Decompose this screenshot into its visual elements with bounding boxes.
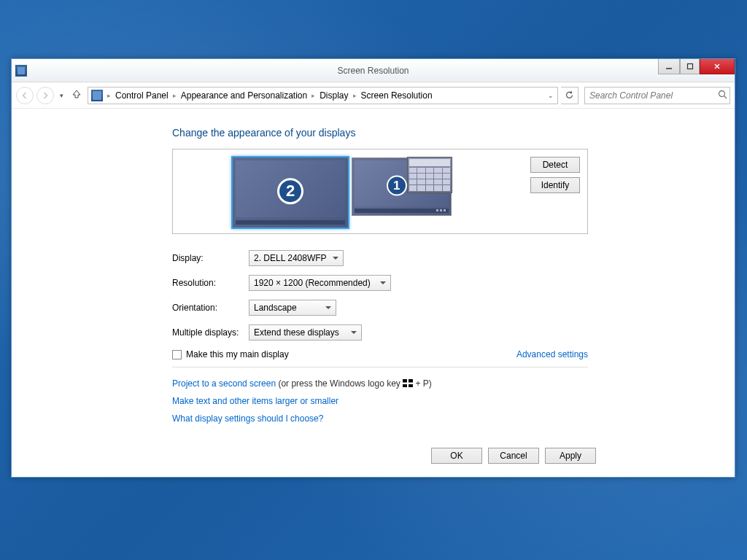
display-select[interactable]: 2. DELL 2408WFP <box>249 250 344 266</box>
chevron-right-icon[interactable]: ▸ <box>352 92 358 99</box>
svg-rect-1 <box>687 64 692 69</box>
search-box[interactable] <box>584 87 730 104</box>
page-title: Change the appearance of your displays <box>172 127 588 139</box>
row-resolution: Resolution: 1920 × 1200 (Recommended) <box>172 271 588 295</box>
row-multiple-displays: Multiple displays: Extend these displays <box>172 320 588 345</box>
advanced-settings-link[interactable]: Advanced settings <box>516 349 588 359</box>
main-display-row: Make this my main display Advanced setti… <box>172 349 588 368</box>
up-button[interactable] <box>70 89 83 101</box>
orientation-label: Orientation: <box>172 303 249 313</box>
navigation-bar: ▾ ▸ Control Panel ▸ Appearance and Perso… <box>12 82 735 109</box>
search-input[interactable] <box>585 90 715 101</box>
apply-button[interactable]: Apply <box>545 448 596 464</box>
minimize-button[interactable] <box>658 59 680 74</box>
display-preview-box: 2 1 Detect Identify <box>172 149 588 234</box>
refresh-button[interactable] <box>561 87 578 104</box>
address-bar[interactable]: ▸ Control Panel ▸ Appearance and Persona… <box>88 87 558 104</box>
address-dropdown-icon[interactable]: ⌄ <box>544 92 557 99</box>
footer-buttons: OK Cancel Apply <box>431 448 596 464</box>
ok-button[interactable]: OK <box>431 448 482 464</box>
cancel-button[interactable]: Cancel <box>488 448 539 464</box>
breadcrumb-item[interactable]: Screen Resolution <box>358 90 436 101</box>
orientation-select[interactable]: Landscape <box>249 300 336 316</box>
multiple-displays-select[interactable]: Extend these displays <box>249 324 362 341</box>
project-second-screen-link[interactable]: Project to a second screen <box>172 378 276 389</box>
control-panel-icon <box>91 90 103 101</box>
content-area: Change the appearance of your displays 2… <box>12 109 735 477</box>
back-button[interactable] <box>16 87 34 104</box>
which-settings-link[interactable]: What display settings should I choose? <box>172 413 323 424</box>
row-orientation: Orientation: Landscape <box>172 295 588 320</box>
forward-button[interactable] <box>36 87 54 104</box>
text-size-link[interactable]: Make text and other items larger or smal… <box>172 396 338 406</box>
monitor-2[interactable]: 2 <box>231 156 349 229</box>
calculator-overlay-icon <box>407 157 452 193</box>
row-display: Display: 2. DELL 2408WFP <box>172 246 588 271</box>
identify-button[interactable]: Identify <box>530 177 580 193</box>
maximize-button[interactable] <box>680 59 700 74</box>
multiple-displays-label: Multiple displays: <box>172 327 249 338</box>
display-label: Display: <box>172 253 249 263</box>
window-icon <box>15 65 27 77</box>
main-display-checkbox[interactable]: Make this my main display <box>172 349 289 359</box>
titlebar: Screen Resolution <box>12 59 735 82</box>
breadcrumb-item[interactable]: Appearance and Personalization <box>178 90 310 101</box>
checkbox-icon <box>172 350 182 359</box>
display-arrangement[interactable]: 2 1 <box>231 155 457 228</box>
monitor-number-badge: 1 <box>387 175 407 195</box>
help-links: Project to a second screen (or press the… <box>172 375 588 427</box>
svg-line-5 <box>724 96 727 98</box>
monitor-1[interactable]: 1 <box>352 158 452 216</box>
close-button[interactable] <box>700 59 735 74</box>
display-settings-form: Display: 2. DELL 2408WFP Resolution: 192… <box>172 246 588 345</box>
project-hint: (or press the Windows logo key + P) <box>278 378 431 389</box>
page: Change the appearance of your displays 2… <box>172 127 588 427</box>
checkbox-label: Make this my main display <box>186 349 289 359</box>
detect-button[interactable]: Detect <box>530 157 580 173</box>
windows-key-icon <box>403 379 413 387</box>
monitor-number-badge: 2 <box>277 178 303 204</box>
control-panel-window: Screen Resolution ▾ ▸ Control Panel ▸ Ap… <box>11 58 735 478</box>
chevron-right-icon[interactable]: ▸ <box>106 92 112 99</box>
svg-point-4 <box>719 90 724 96</box>
chevron-right-icon[interactable]: ▸ <box>310 92 317 99</box>
search-icon[interactable] <box>715 90 729 101</box>
resolution-select[interactable]: 1920 × 1200 (Recommended) <box>249 275 391 291</box>
chevron-right-icon[interactable]: ▸ <box>171 92 178 99</box>
breadcrumb-item[interactable]: Display <box>317 90 351 101</box>
preview-side-buttons: Detect Identify <box>530 157 580 193</box>
resolution-label: Resolution: <box>172 278 249 288</box>
breadcrumb-item[interactable]: Control Panel <box>112 90 171 101</box>
window-title: Screen Resolution <box>337 66 409 76</box>
window-controls <box>658 59 735 74</box>
history-dropdown-icon[interactable]: ▾ <box>57 92 66 99</box>
